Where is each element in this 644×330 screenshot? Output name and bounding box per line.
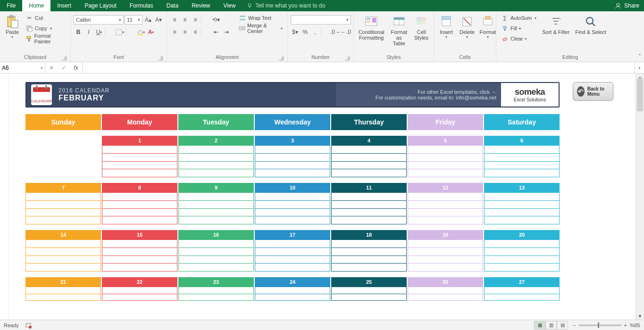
- alignment-dialog-launcher[interactable]: [279, 56, 284, 60]
- comma-format-button[interactable]: ,: [310, 27, 319, 37]
- day-cell[interactable]: 17: [255, 230, 330, 272]
- fx-icon[interactable]: fx: [70, 65, 82, 71]
- share-button[interactable]: Share: [624, 2, 639, 9]
- day-cell[interactable]: 16: [178, 230, 254, 272]
- increase-font-icon[interactable]: A▴: [143, 15, 153, 25]
- day-lines[interactable]: [178, 239, 254, 272]
- fill-color-button[interactable]: ▾: [136, 27, 145, 37]
- tab-page-layout[interactable]: Page Layout: [78, 0, 123, 11]
- day-cell[interactable]: 6: [484, 136, 560, 177]
- day-cell[interactable]: 22: [102, 277, 177, 301]
- tab-view[interactable]: View: [217, 0, 243, 11]
- copy-button[interactable]: Copy▾: [24, 24, 67, 33]
- bold-button[interactable]: B: [74, 27, 83, 37]
- tab-home[interactable]: Home: [22, 0, 50, 11]
- day-cell[interactable]: 20: [484, 230, 560, 272]
- number-dialog-launcher[interactable]: [345, 56, 350, 60]
- number-format-combo[interactable]: ▾: [291, 15, 351, 25]
- day-cell[interactable]: 10: [255, 183, 330, 224]
- align-top-icon[interactable]: ≡: [170, 15, 179, 25]
- day-cell[interactable]: 19: [408, 230, 483, 272]
- format-as-table-button[interactable]: Format as Table: [388, 13, 410, 53]
- day-lines[interactable]: [408, 145, 483, 177]
- cancel-formula-icon[interactable]: ✕: [45, 65, 58, 71]
- day-lines[interactable]: [255, 287, 330, 301]
- day-cell[interactable]: 5: [408, 136, 483, 177]
- delete-cells-button[interactable]: Delete▾: [458, 13, 477, 53]
- day-cell[interactable]: 26: [408, 277, 483, 301]
- enter-formula-icon[interactable]: ✓: [58, 65, 70, 71]
- day-lines[interactable]: [255, 192, 330, 224]
- day-cell[interactable]: 21: [25, 277, 101, 301]
- font-name-combo[interactable]: Calibri▾: [74, 15, 124, 25]
- collapse-ribbon-icon[interactable]: ˄: [638, 53, 641, 60]
- view-page-layout-icon[interactable]: ▥: [545, 321, 557, 330]
- day-cell[interactable]: 15: [102, 230, 177, 272]
- view-normal-icon[interactable]: ▦: [534, 321, 545, 330]
- someka-logo[interactable]: someka Excel Solutions: [501, 83, 559, 107]
- expand-formula-bar-icon[interactable]: ▾: [635, 62, 644, 73]
- zoom-out-icon[interactable]: −: [573, 322, 576, 328]
- day-cell[interactable]: 4: [331, 136, 407, 177]
- view-page-break-icon[interactable]: ▤: [557, 321, 568, 330]
- day-lines[interactable]: [408, 192, 483, 224]
- scroll-thumb[interactable]: [637, 78, 643, 111]
- worksheet[interactable]: CALENDAR 2016 CALENDAR FEBRUARY For othe…: [8, 74, 636, 320]
- decrease-decimal-button[interactable]: ←.0: [341, 27, 351, 37]
- day-cell[interactable]: 14: [25, 230, 101, 272]
- autosum-button[interactable]: ∑AutoSum▾: [499, 13, 538, 23]
- increase-indent-icon[interactable]: ⇥: [222, 27, 231, 37]
- find-select-button[interactable]: Find & Select: [573, 13, 608, 53]
- day-lines[interactable]: [484, 145, 560, 177]
- day-cell[interactable]: [25, 136, 101, 177]
- day-cell[interactable]: 9: [178, 183, 254, 224]
- day-lines[interactable]: [102, 239, 177, 272]
- day-cell[interactable]: 11: [331, 183, 407, 224]
- day-lines[interactable]: [178, 287, 254, 301]
- day-lines[interactable]: [102, 287, 177, 301]
- day-cell[interactable]: 23: [178, 277, 254, 301]
- align-center-icon[interactable]: ≡: [180, 27, 190, 37]
- day-cell[interactable]: 18: [331, 230, 407, 272]
- fill-button[interactable]: Fill▾: [499, 24, 538, 33]
- align-middle-icon[interactable]: ≡: [180, 15, 190, 25]
- align-bottom-icon[interactable]: ≡: [191, 15, 200, 25]
- tab-insert[interactable]: Insert: [50, 0, 78, 11]
- day-cell[interactable]: 13: [484, 183, 560, 224]
- back-to-menu-button[interactable]: ↶ Back to Menu: [573, 82, 613, 101]
- day-cell[interactable]: 12: [408, 183, 483, 224]
- format-painter-button[interactable]: Format Painter: [24, 34, 67, 43]
- day-cell[interactable]: 25: [331, 277, 407, 301]
- italic-button[interactable]: I: [84, 27, 93, 37]
- day-lines[interactable]: [331, 145, 407, 177]
- day-lines[interactable]: [408, 287, 483, 301]
- day-cell[interactable]: 8: [102, 183, 177, 224]
- decrease-font-icon[interactable]: A▾: [154, 15, 163, 25]
- day-lines[interactable]: [484, 239, 560, 272]
- zoom-control[interactable]: − + %85: [573, 322, 640, 328]
- percent-format-button[interactable]: %: [301, 27, 309, 37]
- zoom-level[interactable]: %85: [630, 322, 640, 328]
- day-lines[interactable]: [25, 239, 101, 272]
- day-lines[interactable]: [178, 192, 254, 224]
- conditional-formatting-button[interactable]: Conditional Formatting: [357, 13, 386, 53]
- day-cell[interactable]: 3: [255, 136, 330, 177]
- align-right-icon[interactable]: ≡: [191, 27, 200, 37]
- day-lines[interactable]: [484, 192, 560, 224]
- day-cell[interactable]: 2: [178, 136, 254, 177]
- zoom-slider[interactable]: [579, 324, 621, 326]
- day-lines[interactable]: [484, 287, 560, 301]
- orientation-button[interactable]: ⟲▾: [211, 15, 221, 25]
- wrap-text-button[interactable]: Wrap Text: [237, 13, 284, 23]
- day-lines[interactable]: [331, 192, 407, 224]
- day-lines[interactable]: [25, 192, 101, 224]
- merge-center-button[interactable]: Merge & Center▾: [237, 24, 284, 33]
- day-cell[interactable]: 7: [25, 183, 101, 224]
- increase-decimal-button[interactable]: .0→: [331, 27, 340, 37]
- day-lines[interactable]: [331, 239, 407, 272]
- insert-cells-button[interactable]: Insert▾: [437, 13, 456, 53]
- macro-record-icon[interactable]: [25, 322, 32, 329]
- day-lines[interactable]: [331, 287, 407, 301]
- day-lines[interactable]: [102, 192, 177, 224]
- font-size-combo[interactable]: 11▾: [125, 15, 142, 25]
